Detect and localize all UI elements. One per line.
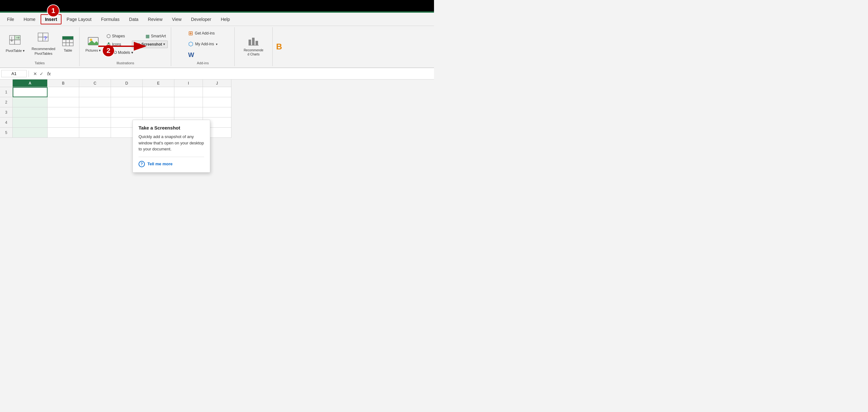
svg-rect-21: [252, 38, 254, 45]
column-headers: A B C D E I J: [0, 79, 434, 87]
cell-c2[interactable]: [79, 97, 111, 107]
col-header-a[interactable]: A: [13, 79, 48, 87]
confirm-icon[interactable]: ✓: [40, 71, 43, 76]
cell-e2[interactable]: [143, 97, 174, 107]
cell-i3[interactable]: [174, 107, 203, 117]
cell-j2[interactable]: [203, 97, 231, 107]
tab-page-layout[interactable]: Page Layout: [62, 14, 96, 24]
cell-c1[interactable]: [79, 87, 111, 97]
tooltip-title: Take a Screenshot: [138, 125, 204, 131]
shapes-button[interactable]: ⬡ Shapes: [104, 32, 127, 40]
my-addins-icon: ⬡: [188, 40, 193, 47]
cell-j1[interactable]: [203, 87, 231, 97]
cell-j3[interactable]: [203, 107, 231, 117]
cell-a2[interactable]: [13, 97, 48, 107]
svg-rect-11: [62, 36, 73, 40]
svg-rect-22: [255, 41, 258, 45]
cell-e3[interactable]: [143, 107, 174, 117]
cell-a5[interactable]: [13, 128, 48, 138]
cancel-icon[interactable]: ✕: [33, 71, 37, 76]
smartart-button[interactable]: ▦ SmartArt: [144, 33, 168, 40]
cell-d1[interactable]: [111, 87, 143, 97]
svg-rect-6: [38, 33, 43, 37]
grid-row-4: 4: [0, 117, 434, 128]
formula-icons: ✕ ✓ fx: [31, 71, 55, 76]
step-1-badge: 1: [47, 4, 60, 17]
cell-b5[interactable]: [48, 128, 79, 138]
svg-rect-5: [14, 40, 20, 44]
table-icon: [62, 36, 73, 47]
cell-b4[interactable]: [48, 117, 79, 128]
recommended-pivottables-icon: ?: [38, 33, 49, 45]
col-header-j[interactable]: J: [203, 79, 231, 87]
svg-rect-13: [66, 40, 69, 43]
cell-b1[interactable]: [48, 87, 79, 97]
cell-b2[interactable]: [48, 97, 79, 107]
tab-view[interactable]: View: [168, 14, 186, 24]
pivot-table-button[interactable]: PivotTable ▾: [3, 34, 27, 54]
svg-rect-17: [69, 43, 73, 46]
svg-rect-8: [38, 37, 43, 41]
row-num-4: 4: [0, 117, 13, 128]
screenshot-tooltip: Take a Screenshot Quickly add a snapshot…: [132, 120, 210, 138]
grid-row-3: 3: [0, 107, 434, 117]
cell-c4[interactable]: [79, 117, 111, 128]
col-header-c[interactable]: C: [79, 79, 111, 87]
recommended-charts-button[interactable]: Recommende d Charts: [241, 35, 266, 58]
svg-text:?: ?: [44, 36, 47, 41]
word-addin-button[interactable]: W: [186, 50, 197, 60]
cell-a1[interactable]: [13, 87, 48, 97]
tab-data[interactable]: Data: [125, 14, 143, 24]
cell-b3[interactable]: [48, 107, 79, 117]
grid-row-5: 5: [0, 128, 434, 138]
tab-formulas[interactable]: Formulas: [97, 14, 124, 24]
tab-file[interactable]: File: [3, 14, 19, 24]
svg-rect-16: [66, 43, 69, 46]
tab-home[interactable]: Home: [19, 14, 40, 24]
cell-c3[interactable]: [79, 107, 111, 117]
charts-group: Recommende d Charts: [235, 27, 273, 66]
cell-reference-input[interactable]: [1, 70, 27, 77]
svg-rect-20: [249, 40, 251, 45]
tab-developer[interactable]: Developer: [187, 14, 216, 24]
row-num-5: 5: [0, 128, 13, 138]
cell-e1[interactable]: [143, 87, 174, 97]
pictures-icon: [88, 36, 99, 47]
grid-row-1: 1: [0, 87, 434, 97]
my-addins-button[interactable]: ⬡ My Add-ins ▾: [186, 39, 220, 49]
shapes-icon: ⬡: [106, 33, 111, 39]
col-header-i[interactable]: I: [174, 79, 203, 87]
table-button[interactable]: Table: [60, 35, 76, 54]
col-header-e[interactable]: E: [143, 79, 174, 87]
cell-a4[interactable]: [13, 117, 48, 128]
recommended-charts-icon: [248, 36, 259, 47]
col-header-b[interactable]: B: [48, 79, 79, 87]
get-addins-button[interactable]: ⊞ Get Add-ins: [186, 29, 217, 38]
svg-rect-4: [9, 40, 14, 44]
spreadsheet: A B C D E I J 1 2 3: [0, 79, 434, 138]
cell-c5[interactable]: [79, 128, 111, 138]
svg-rect-12: [62, 40, 66, 43]
addins-group-label: Add-ins: [197, 60, 209, 65]
formula-input[interactable]: [56, 70, 433, 77]
tab-help[interactable]: Help: [216, 14, 234, 24]
cell-a3[interactable]: [13, 107, 48, 117]
ribbon-tabs: File Home Insert Page Layout Formulas Da…: [0, 13, 434, 26]
cell-i1[interactable]: [174, 87, 203, 97]
title-bar: [0, 0, 434, 11]
bing-button[interactable]: B: [273, 27, 285, 66]
smartart-icon: ▦: [146, 34, 150, 39]
tab-review[interactable]: Review: [144, 14, 167, 24]
svg-rect-15: [62, 43, 66, 46]
word-icon: W: [188, 51, 194, 59]
recommended-pivottables-button[interactable]: ? Recommended PivotTables: [29, 31, 58, 57]
instruction-arrow: [98, 40, 149, 53]
tables-group: PivotTable ▾ ? Recommended: [0, 27, 80, 66]
cell-i2[interactable]: [174, 97, 203, 107]
cell-d2[interactable]: [111, 97, 143, 107]
formula-bar: ✕ ✓ fx: [0, 68, 434, 79]
col-header-d[interactable]: D: [111, 79, 143, 87]
tables-group-label: Tables: [35, 60, 45, 65]
ribbon-toolbar: PivotTable ▾ ? Recommended: [0, 26, 434, 68]
cell-d3[interactable]: [111, 107, 143, 117]
